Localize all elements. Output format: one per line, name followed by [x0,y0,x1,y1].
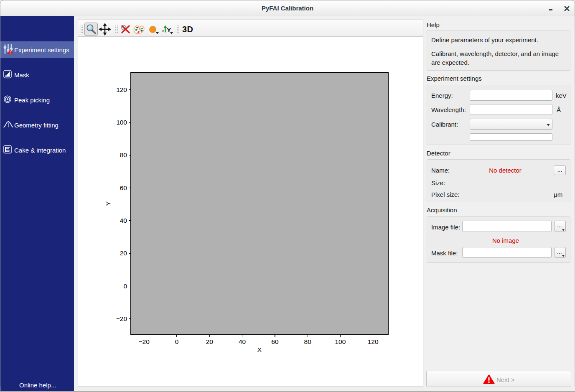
svg-text:0: 0 [162,29,164,33]
